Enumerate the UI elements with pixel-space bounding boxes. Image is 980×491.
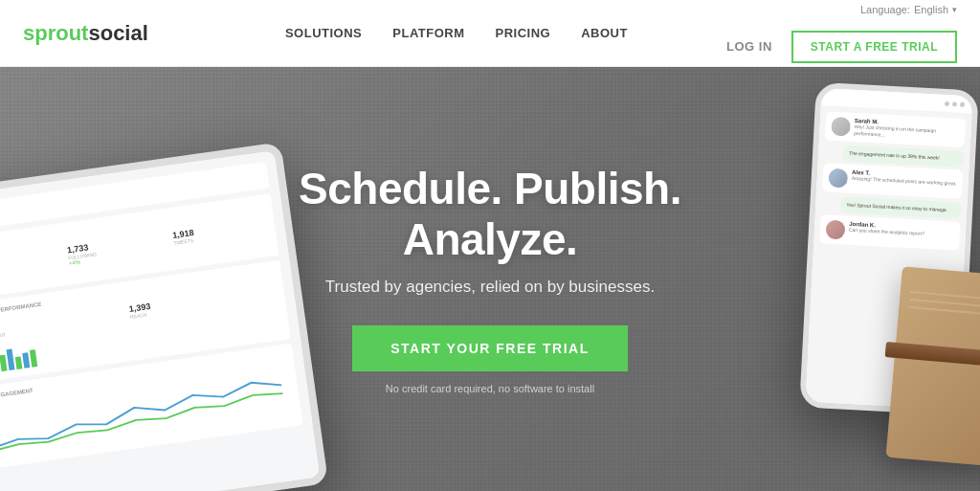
main-nav: SOLUTIONS PLATFORM PRICING ABOUT [187, 26, 726, 40]
language-value: English [914, 4, 948, 15]
nav-platform[interactable]: PLATFORM [392, 26, 464, 40]
logo-social: social [88, 21, 147, 46]
hero-section: Twitter Stats ↑ 1,260 Followers 1,733 Fo… [0, 67, 980, 491]
header-right: Language: English ▾ LOG IN START A FREE … [726, 4, 957, 63]
hero-headline: Schedule. Publish. Analyze. [241, 164, 739, 265]
nav-about[interactable]: ABOUT [581, 26, 628, 40]
logo[interactable]: sproutsocial [23, 21, 148, 46]
chevron-down-icon: ▾ [952, 5, 957, 14]
hero-subtext: Trusted by agencies, relied on by busine… [241, 278, 739, 297]
start-free-trial-button-hero[interactable]: START YOUR FREE TRIAL [352, 325, 628, 371]
header-actions: LOG IN START A FREE TRIAL [726, 31, 957, 63]
notebook-lines [898, 280, 980, 332]
hero-disclaimer: No credit card required, no software to … [241, 383, 739, 394]
login-link[interactable]: LOG IN [726, 39, 772, 54]
language-selector[interactable]: Language: English ▾ [860, 4, 957, 15]
nav-solutions[interactable]: SOLUTIONS [285, 26, 362, 40]
notebook-mockup [886, 266, 980, 467]
language-label: Language: [860, 4, 910, 15]
logo-sprout: sprout [23, 21, 88, 46]
start-free-trial-button-header[interactable]: START A FREE TRIAL [791, 31, 957, 63]
hero-content: Schedule. Publish. Analyze. Trusted by a… [241, 164, 739, 395]
notebook-strap [885, 342, 980, 368]
nav-pricing[interactable]: PRICING [496, 26, 551, 40]
header: sproutsocial SOLUTIONS PLATFORM PRICING … [0, 0, 980, 67]
